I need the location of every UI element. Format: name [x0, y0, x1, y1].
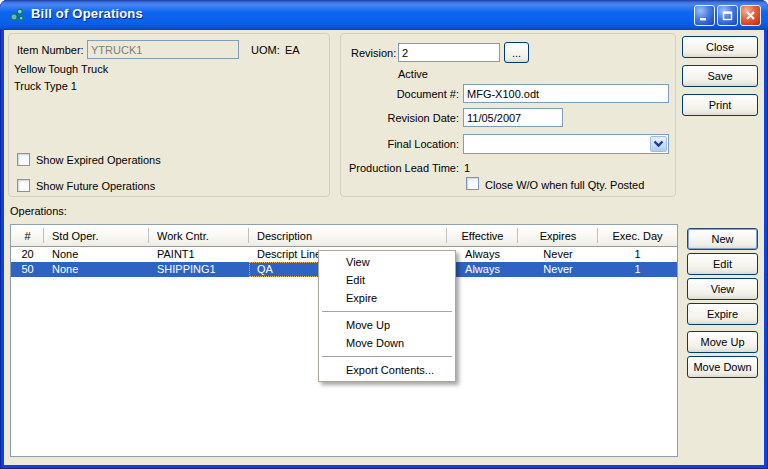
show-future-checkbox[interactable]	[17, 179, 30, 192]
menu-item-edit[interactable]: Edit	[319, 271, 455, 289]
move-down-button[interactable]: Move Down	[687, 356, 758, 378]
new-button[interactable]: New	[687, 228, 758, 250]
maximize-button[interactable]	[717, 5, 738, 26]
op-expires-cell: Never	[518, 247, 598, 262]
window-title: Bill of Operations	[31, 6, 143, 21]
view-button[interactable]: View	[687, 278, 758, 300]
column-header-exec-day[interactable]: Exec. Day	[598, 225, 677, 246]
show-expired-label: Show Expired Operations	[36, 154, 161, 167]
op-effective-cell: Always	[447, 247, 518, 262]
production-lead-time-label: Production Lead Time:	[341, 162, 459, 175]
menu-item-expire[interactable]: Expire	[319, 289, 455, 307]
menu-item-move-down[interactable]: Move Down	[319, 334, 455, 352]
op-num-cell: 20	[11, 247, 44, 262]
revision-date-input[interactable]	[463, 108, 563, 127]
document-number-input[interactable]	[463, 84, 669, 103]
op-effective-cell: Always	[447, 262, 518, 277]
revision-group: Revision: ... Active Document #: Revisio…	[340, 33, 676, 197]
menu-separator	[322, 311, 452, 312]
show-expired-checkbox[interactable]	[17, 153, 30, 166]
dialog-window: Bill of Operations Item Number: UOM: EA …	[0, 0, 768, 469]
final-location-dropdown-button[interactable]	[650, 136, 667, 152]
menu-separator	[322, 356, 452, 357]
column-header-expires[interactable]: Expires	[518, 225, 598, 246]
item-group: Item Number: UOM: EA Yellow Tough Truck …	[8, 33, 330, 197]
column-header-description[interactable]: Description	[249, 225, 447, 246]
revision-status: Active	[398, 68, 428, 81]
op-expires-cell: Never	[518, 262, 598, 277]
chevron-down-icon	[653, 140, 664, 148]
document-number-label: Document #:	[341, 88, 459, 101]
minimize-button[interactable]	[694, 5, 715, 26]
save-button[interactable]: Save	[682, 65, 758, 87]
operations-table-header: # Std Oper. Work Cntr. Description Effec…	[11, 225, 677, 247]
app-icon[interactable]	[9, 7, 25, 23]
column-header-std-oper[interactable]: Std Oper.	[44, 225, 149, 246]
item-description-line1: Yellow Tough Truck	[14, 63, 108, 76]
uom-label: UOM:	[251, 44, 280, 57]
context-menu: View Edit Expire Move Up Move Down Expor…	[318, 250, 456, 382]
edit-button[interactable]: Edit	[687, 253, 758, 275]
op-std-oper-cell: None	[44, 262, 149, 277]
revision-input[interactable]	[398, 43, 500, 62]
op-exec-day-cell: 1	[598, 247, 677, 262]
close-button[interactable]: Close	[682, 36, 758, 58]
show-future-label: Show Future Operations	[36, 180, 155, 193]
dialog-client-area: Item Number: UOM: EA Yellow Tough Truck …	[4, 30, 764, 465]
final-location-label: Final Location:	[341, 138, 459, 151]
close-wo-label: Close W/O when full Qty. Posted	[485, 179, 644, 192]
op-work-cntr-cell: SHIPPING1	[149, 262, 249, 277]
op-exec-day-cell: 1	[598, 262, 677, 277]
expire-button[interactable]: Expire	[687, 303, 758, 325]
column-header-num[interactable]: #	[11, 225, 44, 246]
move-up-button[interactable]: Move Up	[687, 331, 758, 353]
revision-browse-button[interactable]: ...	[504, 42, 529, 63]
column-header-effective[interactable]: Effective	[447, 225, 518, 246]
uom-value: EA	[285, 44, 300, 57]
revision-label: Revision:	[351, 47, 396, 60]
item-number-label: Item Number:	[17, 44, 84, 57]
column-header-work-cntr[interactable]: Work Cntr.	[149, 225, 249, 246]
item-description-line2: Truck Type 1	[14, 80, 77, 93]
op-work-cntr-cell: PAINT1	[149, 247, 249, 262]
item-number-input	[87, 40, 239, 59]
menu-item-move-up[interactable]: Move Up	[319, 316, 455, 334]
menu-item-export-contents[interactable]: Export Contents...	[319, 361, 455, 379]
revision-date-label: Revision Date:	[341, 112, 459, 125]
operations-label: Operations:	[10, 205, 67, 218]
close-wo-checkbox[interactable]	[466, 177, 479, 190]
menu-item-view[interactable]: View	[319, 253, 455, 271]
title-bar[interactable]: Bill of Operations	[0, 0, 768, 30]
close-window-button[interactable]	[740, 5, 761, 26]
op-std-oper-cell: None	[44, 247, 149, 262]
production-lead-time-value: 1	[464, 162, 470, 175]
final-location-select[interactable]	[463, 134, 669, 154]
print-button[interactable]: Print	[682, 94, 758, 116]
op-num-cell: 50	[11, 262, 44, 277]
